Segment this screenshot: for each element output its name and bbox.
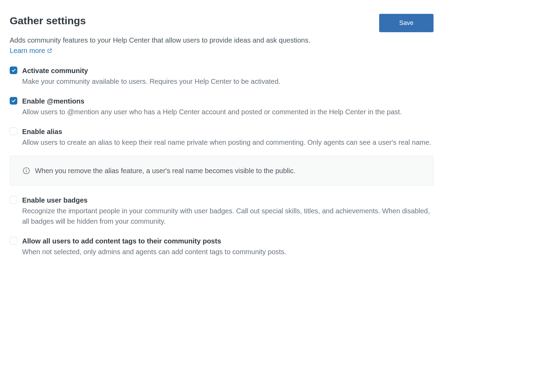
enable-alias-title: Enable alias: [22, 127, 434, 136]
enable-alias-description: Allow users to create an alias to keep t…: [22, 137, 434, 148]
enable-mentions-description: Allow users to @mention any user who has…: [22, 107, 434, 117]
alias-info-banner: When you remove the alias feature, a use…: [10, 156, 434, 186]
setting-enable-mentions: Enable @mentions Allow users to @mention…: [10, 96, 434, 117]
setting-allow-content-tags: Allow all users to add content tags to t…: [10, 236, 434, 257]
setting-enable-badges: Enable user badges Recognize the importa…: [10, 195, 434, 226]
page-description: Adds community features to your Help Cen…: [10, 35, 434, 45]
info-icon: [23, 167, 30, 175]
setting-activate-community: Activate community Make your community a…: [10, 66, 434, 87]
enable-alias-checkbox[interactable]: [10, 127, 17, 135]
external-link-icon: [47, 48, 52, 53]
learn-more-link[interactable]: Learn more: [10, 47, 52, 55]
page-title: Gather settings: [10, 14, 86, 27]
activate-community-checkbox[interactable]: [10, 66, 17, 74]
save-button[interactable]: Save: [379, 14, 434, 32]
alias-info-text: When you remove the alias feature, a use…: [35, 166, 295, 176]
enable-badges-checkbox[interactable]: [10, 196, 17, 204]
activate-community-description: Make your community available to users. …: [22, 76, 434, 87]
enable-mentions-checkbox[interactable]: [10, 97, 17, 105]
enable-badges-description: Recognize the important people in your c…: [22, 206, 434, 226]
svg-point-1: [26, 169, 27, 170]
svg-rect-2: [26, 170, 27, 173]
allow-content-tags-title: Allow all users to add content tags to t…: [22, 236, 434, 246]
enable-mentions-title: Enable @mentions: [22, 96, 434, 106]
learn-more-label: Learn more: [10, 47, 45, 55]
activate-community-title: Activate community: [22, 66, 434, 75]
allow-content-tags-description: When not selected, only admins and agent…: [22, 247, 434, 257]
settings-list: Activate community Make your community a…: [10, 66, 434, 257]
allow-content-tags-checkbox[interactable]: [10, 237, 17, 244]
setting-enable-alias: Enable alias Allow users to create an al…: [10, 127, 434, 148]
enable-badges-title: Enable user badges: [22, 195, 434, 205]
